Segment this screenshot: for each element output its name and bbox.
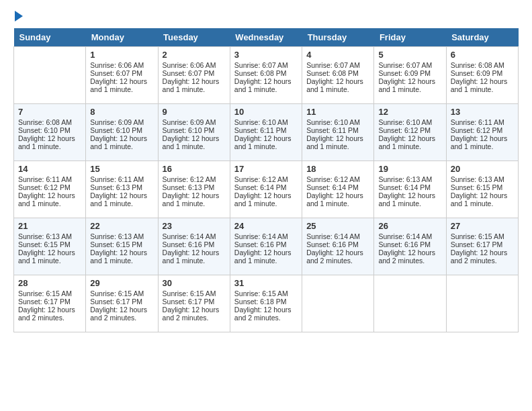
- calendar-week-row: 1 Sunrise: 6:06 AM Sunset: 6:07 PM Dayli…: [14, 47, 519, 104]
- daylight-text: Daylight: 12 hours and 2 minutes.: [451, 248, 508, 265]
- sunset-text: Sunset: 6:07 PM: [163, 69, 215, 77]
- day-number: 9: [163, 107, 226, 117]
- calendar-cell: 15 Sunrise: 6:11 AM Sunset: 6:13 PM Dayl…: [86, 161, 158, 218]
- day-number: 13: [451, 107, 514, 117]
- calendar-cell: 13 Sunrise: 6:11 AM Sunset: 6:12 PM Dayl…: [446, 104, 518, 161]
- day-header-sunday: Sunday: [14, 28, 86, 47]
- day-number: 2: [163, 50, 226, 60]
- sunrise-text: Sunrise: 6:09 AM: [163, 118, 216, 126]
- sunset-text: Sunset: 6:13 PM: [90, 183, 142, 191]
- calendar-cell: 2 Sunrise: 6:06 AM Sunset: 6:07 PM Dayli…: [158, 47, 230, 104]
- day-number: 26: [378, 221, 441, 231]
- sunrise-text: Sunrise: 6:15 AM: [163, 289, 216, 298]
- day-number: 3: [234, 50, 298, 60]
- daylight-text: Daylight: 12 hours and 2 minutes.: [378, 248, 435, 265]
- calendar-cell: 7 Sunrise: 6:08 AM Sunset: 6:10 PM Dayli…: [14, 104, 86, 161]
- sunset-text: Sunset: 6:17 PM: [163, 298, 215, 306]
- day-number: 20: [451, 164, 514, 174]
- daylight-text: Daylight: 12 hours and 1 minute.: [234, 134, 292, 150]
- calendar-cell: 25 Sunrise: 6:14 AM Sunset: 6:16 PM Dayl…: [302, 218, 374, 275]
- daylight-text: Daylight: 12 hours and 2 minutes.: [306, 248, 363, 265]
- daylight-text: Daylight: 12 hours and 1 minute.: [163, 134, 220, 150]
- sunset-text: Sunset: 6:17 PM: [451, 240, 503, 248]
- daylight-text: Daylight: 12 hours and 2 minutes.: [234, 306, 292, 322]
- calendar-cell: 18 Sunrise: 6:12 AM Sunset: 6:14 PM Dayl…: [302, 161, 374, 218]
- daylight-text: Daylight: 12 hours and 1 minute.: [451, 77, 508, 93]
- calendar-header-row: SundayMondayTuesdayWednesdayThursdayFrid…: [14, 28, 519, 47]
- calendar-cell: 4 Sunrise: 6:07 AM Sunset: 6:08 PM Dayli…: [302, 47, 374, 104]
- page-header: [13, 13, 519, 21]
- calendar-cell: 3 Sunrise: 6:07 AM Sunset: 6:08 PM Dayli…: [230, 47, 302, 104]
- day-number: 14: [18, 164, 81, 174]
- sunrise-text: Sunrise: 6:07 AM: [306, 61, 360, 69]
- sunset-text: Sunset: 6:15 PM: [18, 240, 71, 248]
- daylight-text: Daylight: 12 hours and 1 minute.: [18, 134, 75, 150]
- calendar-week-row: 21 Sunrise: 6:13 AM Sunset: 6:15 PM Dayl…: [14, 218, 519, 275]
- day-number: 27: [451, 221, 514, 231]
- calendar-week-row: 28 Sunrise: 6:15 AM Sunset: 6:17 PM Dayl…: [14, 275, 519, 332]
- sunset-text: Sunset: 6:09 PM: [378, 69, 431, 77]
- calendar-cell: [302, 275, 374, 332]
- sunrise-text: Sunrise: 6:06 AM: [163, 61, 216, 69]
- calendar-cell: 20 Sunrise: 6:13 AM Sunset: 6:15 PM Dayl…: [446, 161, 518, 218]
- day-header-saturday: Saturday: [446, 28, 518, 47]
- sunset-text: Sunset: 6:14 PM: [378, 183, 431, 191]
- daylight-text: Daylight: 12 hours and 1 minute.: [18, 191, 75, 208]
- daylight-text: Daylight: 12 hours and 1 minute.: [90, 134, 147, 150]
- calendar-cell: 24 Sunrise: 6:14 AM Sunset: 6:16 PM Dayl…: [230, 218, 302, 275]
- sunset-text: Sunset: 6:09 PM: [451, 69, 503, 77]
- calendar-cell: 31 Sunrise: 6:15 AM Sunset: 6:18 PM Dayl…: [230, 275, 302, 332]
- calendar-cell: 30 Sunrise: 6:15 AM Sunset: 6:17 PM Dayl…: [158, 275, 230, 332]
- daylight-text: Daylight: 12 hours and 1 minute.: [90, 77, 147, 93]
- daylight-text: Daylight: 12 hours and 1 minute.: [163, 248, 220, 265]
- daylight-text: Daylight: 12 hours and 1 minute.: [90, 191, 147, 208]
- calendar-cell: [14, 47, 86, 104]
- calendar-cell: 29 Sunrise: 6:15 AM Sunset: 6:17 PM Dayl…: [86, 275, 158, 332]
- sunrise-text: Sunrise: 6:12 AM: [306, 175, 360, 183]
- day-number: 28: [18, 278, 81, 288]
- sunrise-text: Sunrise: 6:12 AM: [163, 175, 216, 183]
- day-number: 10: [234, 107, 298, 117]
- sunset-text: Sunset: 6:10 PM: [163, 126, 215, 134]
- daylight-text: Daylight: 12 hours and 2 minutes.: [18, 306, 75, 322]
- day-number: 15: [90, 164, 153, 174]
- sunset-text: Sunset: 6:16 PM: [163, 240, 215, 248]
- sunset-text: Sunset: 6:08 PM: [306, 69, 359, 77]
- daylight-text: Daylight: 12 hours and 1 minute.: [451, 191, 508, 208]
- sunrise-text: Sunrise: 6:15 AM: [451, 232, 504, 240]
- day-number: 21: [18, 221, 81, 231]
- sunset-text: Sunset: 6:10 PM: [90, 126, 142, 134]
- calendar-cell: 8 Sunrise: 6:09 AM Sunset: 6:10 PM Dayli…: [86, 104, 158, 161]
- calendar-cell: [374, 275, 446, 332]
- sunset-text: Sunset: 6:07 PM: [90, 69, 142, 77]
- sunset-text: Sunset: 6:17 PM: [90, 298, 142, 306]
- day-header-friday: Friday: [374, 28, 446, 47]
- calendar-cell: 21 Sunrise: 6:13 AM Sunset: 6:15 PM Dayl…: [14, 218, 86, 275]
- sunrise-text: Sunrise: 6:13 AM: [90, 232, 144, 240]
- daylight-text: Daylight: 12 hours and 1 minute.: [306, 191, 363, 208]
- sunrise-text: Sunrise: 6:08 AM: [451, 61, 504, 69]
- sunset-text: Sunset: 6:17 PM: [18, 298, 71, 306]
- daylight-text: Daylight: 12 hours and 2 minutes.: [163, 306, 220, 322]
- calendar-cell: 1 Sunrise: 6:06 AM Sunset: 6:07 PM Dayli…: [86, 47, 158, 104]
- day-number: 6: [451, 50, 514, 60]
- sunrise-text: Sunrise: 6:07 AM: [378, 61, 432, 69]
- daylight-text: Daylight: 12 hours and 1 minute.: [18, 248, 75, 265]
- sunrise-text: Sunrise: 6:14 AM: [306, 232, 360, 240]
- daylight-text: Daylight: 12 hours and 1 minute.: [306, 77, 363, 93]
- calendar-week-row: 14 Sunrise: 6:11 AM Sunset: 6:12 PM Dayl…: [14, 161, 519, 218]
- sunrise-text: Sunrise: 6:10 AM: [234, 118, 288, 126]
- sunrise-text: Sunrise: 6:09 AM: [90, 118, 144, 126]
- sunrise-text: Sunrise: 6:10 AM: [378, 118, 432, 126]
- day-number: 12: [378, 107, 441, 117]
- sunset-text: Sunset: 6:14 PM: [306, 183, 359, 191]
- sunrise-text: Sunrise: 6:11 AM: [451, 118, 504, 126]
- sunset-text: Sunset: 6:12 PM: [378, 126, 431, 134]
- sunrise-text: Sunrise: 6:13 AM: [18, 232, 72, 240]
- sunset-text: Sunset: 6:08 PM: [234, 69, 287, 77]
- sunset-text: Sunset: 6:12 PM: [451, 126, 503, 134]
- calendar-cell: 16 Sunrise: 6:12 AM Sunset: 6:13 PM Dayl…: [158, 161, 230, 218]
- day-number: 16: [163, 164, 226, 174]
- sunrise-text: Sunrise: 6:07 AM: [234, 61, 288, 69]
- daylight-text: Daylight: 12 hours and 1 minute.: [234, 191, 292, 208]
